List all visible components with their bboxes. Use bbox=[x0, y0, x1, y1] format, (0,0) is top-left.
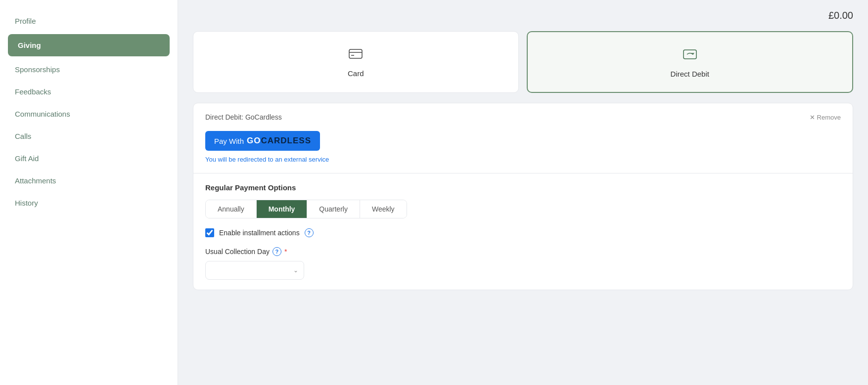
sidebar-item-giving[interactable]: Giving bbox=[8, 34, 170, 56]
card-label: Card bbox=[348, 69, 364, 78]
redirect-text: You will be redirected to an external se… bbox=[205, 156, 841, 163]
sidebar-item-calls[interactable]: Calls bbox=[0, 125, 178, 147]
remove-x-icon: ✕ bbox=[810, 114, 815, 121]
header-amount: £0.00 bbox=[193, 10, 853, 21]
frequency-tabs: Annually Monthly Quarterly Weekly bbox=[205, 200, 407, 218]
sidebar-item-sponsorships[interactable]: Sponsorships bbox=[0, 58, 178, 81]
direct-debit-title: Direct Debit: GoCardless bbox=[205, 113, 282, 121]
sidebar-item-profile[interactable]: Profile bbox=[0, 10, 178, 32]
card-payment-option[interactable]: Card bbox=[193, 31, 519, 93]
tab-monthly[interactable]: Monthly bbox=[257, 200, 308, 218]
pay-with-text: Pay With bbox=[214, 137, 244, 145]
installment-checkbox[interactable] bbox=[205, 228, 214, 237]
direct-debit-payment-option[interactable]: Direct Debit bbox=[527, 31, 854, 93]
sidebar-item-history[interactable]: History bbox=[0, 192, 178, 214]
regular-payment-title: Regular Payment Options bbox=[205, 183, 841, 192]
svg-rect-0 bbox=[349, 49, 362, 58]
sidebar-item-feedbacks[interactable]: Feedbacks bbox=[0, 81, 178, 103]
remove-button[interactable]: ✕ Remove bbox=[810, 114, 841, 121]
section-divider bbox=[193, 173, 853, 173]
tab-weekly[interactable]: Weekly bbox=[360, 200, 407, 218]
installment-help-icon[interactable]: ? bbox=[305, 228, 314, 237]
collection-day-select[interactable] bbox=[205, 261, 304, 280]
app-container: Profile Giving Sponsorships Feedbacks Co… bbox=[0, 0, 868, 385]
main-content: £0.00 Card bbox=[178, 0, 868, 385]
gocardless-button[interactable]: Pay With GOCARDLESS bbox=[205, 131, 320, 151]
collection-day-select-wrapper: ⌄ bbox=[205, 261, 304, 280]
sidebar-item-gift-aid[interactable]: Gift Aid bbox=[0, 147, 178, 170]
tab-annually[interactable]: Annually bbox=[206, 200, 257, 218]
collection-day-help-icon[interactable]: ? bbox=[273, 247, 281, 256]
installment-label: Enable installment actions bbox=[219, 229, 300, 237]
sidebar-item-communications[interactable]: Communications bbox=[0, 103, 178, 125]
collection-day-label: Usual Collection Day ? * bbox=[205, 247, 841, 256]
gocardless-brand-text: GOCARDLESS bbox=[247, 136, 311, 146]
required-star: * bbox=[284, 248, 287, 256]
section-header: Direct Debit: GoCardless ✕ Remove bbox=[205, 113, 841, 121]
tab-quarterly[interactable]: Quarterly bbox=[307, 200, 360, 218]
card-icon bbox=[348, 45, 364, 64]
sidebar: Profile Giving Sponsorships Feedbacks Co… bbox=[0, 0, 178, 385]
installment-checkbox-row: Enable installment actions ? bbox=[205, 228, 841, 237]
direct-debit-section: Direct Debit: GoCardless ✕ Remove Pay Wi… bbox=[193, 103, 853, 290]
direct-debit-icon bbox=[682, 46, 698, 65]
sidebar-item-attachments[interactable]: Attachments bbox=[0, 170, 178, 192]
payment-methods: Card Direct Debit bbox=[193, 31, 853, 93]
direct-debit-label: Direct Debit bbox=[671, 70, 709, 78]
svg-rect-3 bbox=[684, 50, 696, 59]
